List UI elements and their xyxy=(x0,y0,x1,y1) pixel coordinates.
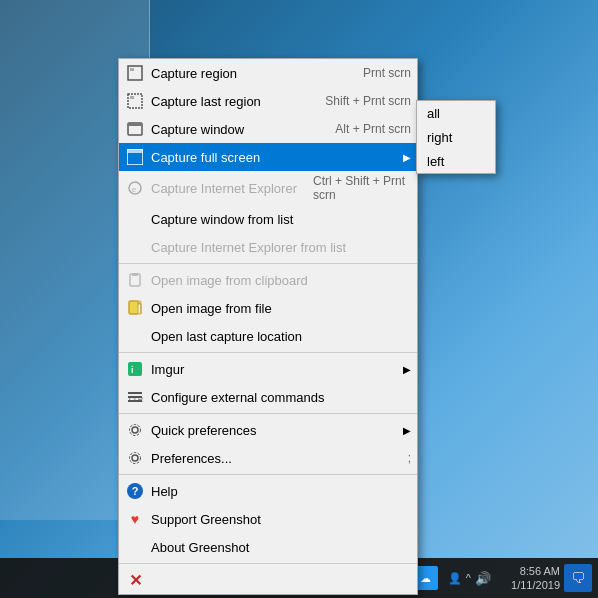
submenu-item-all[interactable]: all xyxy=(417,101,495,125)
help-icon: ? xyxy=(123,480,147,502)
svg-point-25 xyxy=(132,455,138,461)
menu-item-help[interactable]: ? Help xyxy=(119,477,417,505)
separator-2 xyxy=(119,352,417,353)
svg-rect-5 xyxy=(128,123,142,126)
menu-item-capture-last-region[interactable]: Capture last region Shift + Prnt scrn xyxy=(119,87,417,115)
svg-rect-12 xyxy=(129,301,138,314)
menu-item-open-file[interactable]: Open image from file xyxy=(119,294,417,322)
capture-last-region-label: Capture last region xyxy=(151,94,309,109)
capture-window-shortcut: Alt + Prnt scrn xyxy=(335,122,411,136)
no-icon-placeholder4 xyxy=(123,536,147,558)
camera-window-icon xyxy=(123,118,147,140)
menu-item-quick-preferences[interactable]: Quick preferences ▶ xyxy=(119,416,417,444)
menu-item-support[interactable]: ♥ Support Greenshot xyxy=(119,505,417,533)
submenu-all-label: all xyxy=(427,106,440,121)
capture-full-screen-label: Capture full screen xyxy=(151,150,395,165)
capture-window-label: Capture window xyxy=(151,122,319,137)
clock-time: 8:56 AM xyxy=(495,564,560,578)
menu-item-open-clipboard[interactable]: Open image from clipboard xyxy=(119,266,417,294)
imgur-arrow: ▶ xyxy=(403,364,411,375)
preferences-label: Preferences... xyxy=(151,451,392,466)
svg-text:i: i xyxy=(131,365,134,375)
menu-item-capture-ie[interactable]: e Capture Internet Explorer Ctrl + Shift… xyxy=(119,171,417,205)
capture-window-list-label: Capture window from list xyxy=(151,212,411,227)
file-icon xyxy=(123,297,147,319)
no-icon-placeholder2 xyxy=(123,236,147,258)
open-last-location-label: Open last capture location xyxy=(151,329,411,344)
svg-rect-11 xyxy=(132,273,138,276)
system-tray: 👤 ^ 🔊 8:56 AM 1/11/2019 🗨 xyxy=(442,564,598,593)
clock-date: 1/11/2019 xyxy=(495,578,560,592)
separator-5 xyxy=(119,563,417,564)
menu-item-imgur[interactable]: i Imgur ▶ xyxy=(119,355,417,383)
menu-item-capture-ie-list[interactable]: Capture Internet Explorer from list xyxy=(119,233,417,261)
quick-preferences-arrow: ▶ xyxy=(403,425,411,436)
capture-ie-label: Capture Internet Explorer xyxy=(151,181,297,196)
svg-text:e: e xyxy=(132,184,136,194)
x-icon: ✕ xyxy=(123,569,147,591)
menu-item-open-last-location[interactable]: Open last capture location xyxy=(119,322,417,350)
context-menu: Capture region Prnt scrn Capture last re… xyxy=(118,58,418,595)
svg-point-24 xyxy=(130,425,141,436)
menu-item-capture-window-list[interactable]: Capture window from list xyxy=(119,205,417,233)
open-file-label: Open image from file xyxy=(151,301,411,316)
menu-item-capture-full-screen[interactable]: Capture full screen ▶ xyxy=(119,143,417,171)
support-label: Support Greenshot xyxy=(151,512,411,527)
capture-ie-list-label: Capture Internet Explorer from list xyxy=(151,240,411,255)
menu-item-capture-region[interactable]: Capture region Prnt scrn xyxy=(119,59,417,87)
notification-button[interactable]: 🗨 xyxy=(564,564,592,592)
menu-item-configure-external[interactable]: CLR Configure external commands xyxy=(119,383,417,411)
svg-rect-3 xyxy=(130,96,134,99)
submenu-capture-full-screen: all right left xyxy=(416,100,496,174)
menu-item-about[interactable]: About Greenshot xyxy=(119,533,417,561)
menu-item-exit[interactable]: ✕ xyxy=(119,566,417,594)
no-icon-placeholder3 xyxy=(123,325,147,347)
submenu-right-label: right xyxy=(427,130,452,145)
imgur-label: Imgur xyxy=(151,362,395,377)
menu-item-capture-window[interactable]: Capture window Alt + Prnt scrn xyxy=(119,115,417,143)
svg-rect-19 xyxy=(128,392,142,394)
submenu-left-label: left xyxy=(427,154,444,169)
capture-region-shortcut: Prnt scrn xyxy=(363,66,411,80)
help-label: Help xyxy=(151,484,411,499)
gear2-icon xyxy=(123,447,147,469)
menu-item-preferences[interactable]: Preferences... ; xyxy=(119,444,417,472)
open-clipboard-label: Open image from clipboard xyxy=(151,273,411,288)
configure-icon: CLR xyxy=(123,386,147,408)
capture-last-region-shortcut: Shift + Prnt scrn xyxy=(325,94,411,108)
separator-3 xyxy=(119,413,417,414)
no-icon-placeholder xyxy=(123,208,147,230)
capture-ie-shortcut: Ctrl + Shift + Prnt scrn xyxy=(313,174,411,202)
quick-preferences-label: Quick preferences xyxy=(151,423,395,438)
person-icon[interactable]: 👤 xyxy=(448,572,462,585)
svg-rect-1 xyxy=(130,68,134,71)
submenu-item-left[interactable]: left xyxy=(417,149,495,173)
svg-rect-7 xyxy=(127,149,143,153)
heart-icon: ♥ xyxy=(123,508,147,530)
clipboard-icon xyxy=(123,269,147,291)
camera-region-icon xyxy=(123,62,147,84)
speaker-icon[interactable]: 🔊 xyxy=(475,571,491,586)
about-label: About Greenshot xyxy=(151,540,411,555)
clock: 8:56 AM 1/11/2019 xyxy=(495,564,560,593)
imgur-icon: i xyxy=(123,358,147,380)
tray-up-arrow[interactable]: ^ xyxy=(466,572,471,584)
separator-4 xyxy=(119,474,417,475)
separator-1 xyxy=(119,263,417,264)
submenu-item-right[interactable]: right xyxy=(417,125,495,149)
configure-external-label: Configure external commands xyxy=(151,390,411,405)
svg-point-23 xyxy=(132,427,138,433)
gear-icon xyxy=(123,419,147,441)
camera-full-icon xyxy=(123,146,147,168)
svg-point-26 xyxy=(130,453,141,464)
capture-region-label: Capture region xyxy=(151,66,347,81)
preferences-shortcut: ; xyxy=(408,451,411,465)
camera-last-icon xyxy=(123,90,147,112)
ie-icon: e xyxy=(123,177,147,199)
svg-text:CLR: CLR xyxy=(129,396,143,403)
capture-full-screen-arrow: ▶ xyxy=(403,152,411,163)
